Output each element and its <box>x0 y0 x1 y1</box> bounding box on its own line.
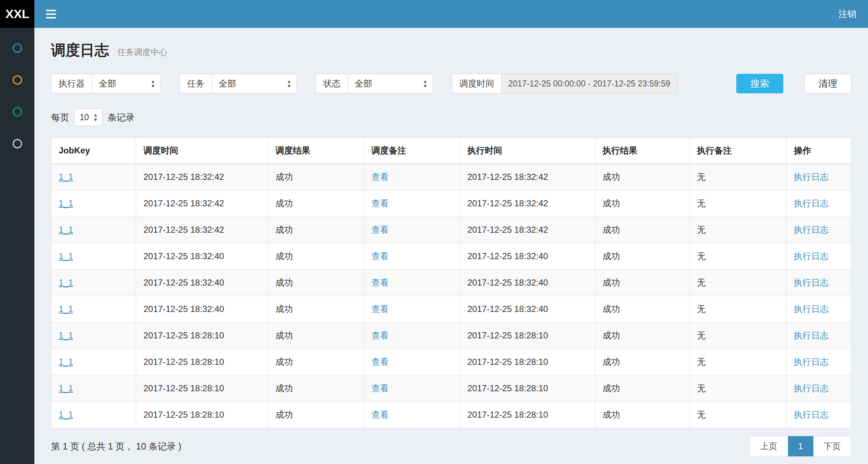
trigger-result-cell: 成功 <box>268 243 364 270</box>
trigger-result-cell: 成功 <box>268 322 364 349</box>
trigger-result-cell: 成功 <box>268 349 364 375</box>
sidebar-toggle-icon[interactable] <box>46 10 56 18</box>
page-size-select[interactable]: 10 ▲▼ <box>74 109 102 126</box>
trigger-remark-link[interactable]: 查看 <box>371 225 389 235</box>
trigger-time-cell: 2017-12-25 18:32:42 <box>136 164 268 190</box>
exec-log-link[interactable]: 执行日志 <box>794 330 829 340</box>
trigger-remark-link[interactable]: 查看 <box>371 304 389 314</box>
status-filter-label: 状态 <box>316 74 348 93</box>
handle-result-cell: 成功 <box>595 349 690 375</box>
jobkey-link[interactable]: 1_1 <box>59 278 73 287</box>
page-size-suffix: 条记录 <box>108 111 135 123</box>
handle-result-cell: 成功 <box>595 402 690 428</box>
exec-log-link[interactable]: 执行日志 <box>794 172 829 182</box>
jobkey-link[interactable]: 1_1 <box>59 172 73 182</box>
executor-select-value: 全部 <box>99 78 116 89</box>
status-select[interactable]: 全部 ▲▼ <box>348 74 433 93</box>
table-row: 1_1 2017-12-25 18:28:10 成功 查看 2017-12-25… <box>51 349 851 375</box>
pagination-summary: 第 1 页 ( 总共 1 页， 10 条记录 ) <box>51 440 181 452</box>
trigger-remark-link[interactable]: 查看 <box>371 172 389 182</box>
trigger-remark-link[interactable]: 查看 <box>371 278 389 287</box>
trigger-time-cell: 2017-12-25 18:28:10 <box>136 402 268 428</box>
handle-result-cell: 成功 <box>595 322 690 349</box>
table-row: 1_1 2017-12-25 18:32:42 成功 查看 2017-12-25… <box>51 217 851 243</box>
time-filter-label: 调度时间 <box>452 74 501 93</box>
logout-link[interactable]: 注销 <box>838 8 856 20</box>
jobkey-link[interactable]: 1_1 <box>59 198 73 208</box>
log-table: JobKey 调度时间 调度结果 调度备注 执行时间 执行结果 执行备注 操作 … <box>51 138 851 428</box>
handle-remark-cell: 无 <box>690 270 786 296</box>
exec-log-link[interactable]: 执行日志 <box>794 383 829 393</box>
sidebar-item-3[interactable] <box>0 96 34 128</box>
trigger-result-cell: 成功 <box>268 217 364 243</box>
trigger-result-cell: 成功 <box>268 402 364 428</box>
trigger-remark-link[interactable]: 查看 <box>371 410 389 419</box>
job-select[interactable]: 全部 ▲▼ <box>212 74 297 93</box>
handle-result-cell: 成功 <box>595 190 690 217</box>
exec-log-link[interactable]: 执行日志 <box>794 410 829 419</box>
status-filter-group: 状态 全部 ▲▼ <box>316 74 433 93</box>
exec-log-link[interactable]: 执行日志 <box>794 278 829 287</box>
trigger-result-cell: 成功 <box>268 296 364 322</box>
table-header-row: JobKey 调度时间 调度结果 调度备注 执行时间 执行结果 执行备注 操作 <box>51 138 851 164</box>
exec-log-link[interactable]: 执行日志 <box>794 198 829 208</box>
pagination: 上页 1 下页 <box>750 436 851 456</box>
sidebar-item-2[interactable] <box>0 64 34 96</box>
select-arrows-icon: ▲▼ <box>287 79 291 88</box>
exec-log-link[interactable]: 执行日志 <box>794 251 829 261</box>
handle-time-cell: 2017-12-25 18:32:40 <box>460 296 595 322</box>
status-select-value: 全部 <box>355 78 372 89</box>
sidebar-item-1[interactable] <box>0 32 34 64</box>
page-1-button[interactable]: 1 <box>788 436 813 456</box>
exec-log-link[interactable]: 执行日志 <box>794 304 829 314</box>
jobkey-link[interactable]: 1_1 <box>59 383 73 393</box>
select-arrows-icon: ▲▼ <box>151 79 155 88</box>
trigger-remark-link[interactable]: 查看 <box>371 198 389 208</box>
jobkey-link[interactable]: 1_1 <box>59 410 73 419</box>
executor-select[interactable]: 全部 ▲▼ <box>92 74 161 93</box>
executor-filter-group: 执行器 全部 ▲▼ <box>51 74 161 93</box>
handle-remark-cell: 无 <box>690 164 786 190</box>
table-row: 1_1 2017-12-25 18:28:10 成功 查看 2017-12-25… <box>51 322 851 349</box>
page-size-prefix: 每页 <box>51 111 69 123</box>
search-button[interactable]: 搜索 <box>736 74 783 93</box>
table-row: 1_1 2017-12-25 18:32:42 成功 查看 2017-12-25… <box>51 190 851 217</box>
job-filter-label: 任务 <box>180 74 212 93</box>
trigger-time-cell: 2017-12-25 18:28:10 <box>136 375 268 402</box>
next-page-button[interactable]: 下页 <box>813 436 851 456</box>
column-header-trigger-time: 调度时间 <box>136 138 268 164</box>
page-subtitle: 任务调度中心 <box>117 47 167 57</box>
circle-icon <box>13 43 22 53</box>
column-header-handle-time: 执行时间 <box>460 138 595 164</box>
jobkey-link[interactable]: 1_1 <box>59 330 73 340</box>
time-range-input[interactable]: 2017-12-25 00:00:00 - 2017-12-25 23:59:5… <box>501 74 677 93</box>
trigger-remark-link[interactable]: 查看 <box>371 383 389 393</box>
exec-log-link[interactable]: 执行日志 <box>794 225 829 235</box>
exec-log-link[interactable]: 执行日志 <box>794 357 829 367</box>
trigger-time-cell: 2017-12-25 18:32:40 <box>136 296 268 322</box>
trigger-remark-link[interactable]: 查看 <box>371 330 389 340</box>
handle-remark-cell: 无 <box>690 190 786 217</box>
handle-time-cell: 2017-12-25 18:32:40 <box>460 270 595 296</box>
jobkey-link[interactable]: 1_1 <box>59 357 73 367</box>
table-footer: 第 1 页 ( 总共 1 页， 10 条记录 ) 上页 1 下页 <box>51 436 851 456</box>
prev-page-button[interactable]: 上页 <box>750 436 788 456</box>
jobkey-link[interactable]: 1_1 <box>59 225 73 235</box>
jobkey-link[interactable]: 1_1 <box>59 251 73 261</box>
trigger-time-cell: 2017-12-25 18:32:40 <box>136 243 268 270</box>
handle-time-cell: 2017-12-25 18:32:42 <box>460 190 595 217</box>
column-header-handle-remark: 执行备注 <box>690 138 786 164</box>
clear-button[interactable]: 清理 <box>804 74 851 93</box>
trigger-remark-link[interactable]: 查看 <box>371 357 389 367</box>
handle-time-cell: 2017-12-25 18:32:42 <box>460 217 595 243</box>
handle-remark-cell: 无 <box>690 402 786 428</box>
app-logo[interactable]: XXL <box>0 0 34 28</box>
column-header-trigger-result: 调度结果 <box>268 138 364 164</box>
select-arrows-icon: ▲▼ <box>93 113 98 122</box>
jobkey-link[interactable]: 1_1 <box>59 304 73 314</box>
sidebar-item-4[interactable] <box>0 128 34 160</box>
handle-time-cell: 2017-12-25 18:28:10 <box>460 349 595 375</box>
trigger-remark-link[interactable]: 查看 <box>371 251 389 261</box>
column-header-handle-result: 执行结果 <box>595 138 690 164</box>
select-arrows-icon: ▲▼ <box>423 79 427 88</box>
